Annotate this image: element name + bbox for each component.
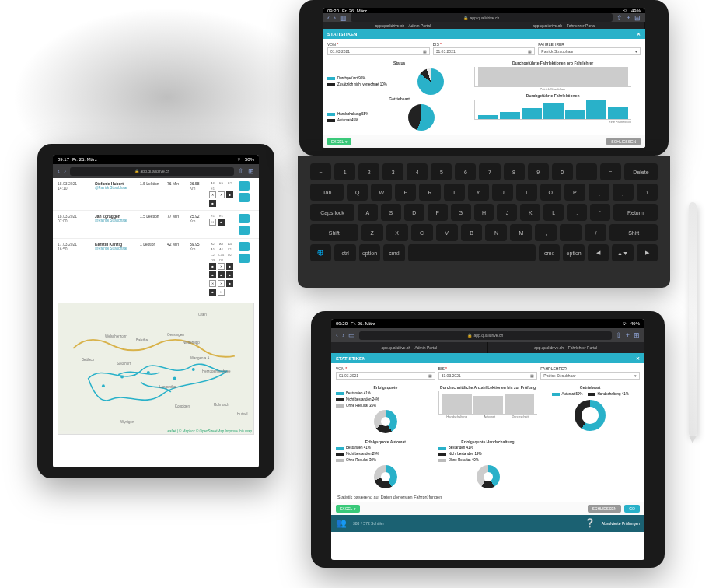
back-icon[interactable]: ‹: [327, 14, 330, 22]
action-button[interactable]: [239, 226, 250, 235]
key[interactable]: option: [359, 244, 380, 261]
key[interactable]: G: [451, 204, 471, 221]
key[interactable]: L: [543, 204, 564, 221]
back-icon[interactable]: ‹: [58, 167, 60, 175]
key[interactable]: 6: [455, 163, 476, 180]
tab-lehrer[interactable]: app.qualidrive.ch – Fahrlehrer Portal: [488, 342, 645, 353]
forward-icon[interactable]: ›: [334, 14, 336, 22]
sidebar-icon[interactable]: ▥: [340, 14, 347, 22]
key[interactable]: X: [386, 224, 408, 241]
action-button[interactable]: [239, 214, 250, 223]
key[interactable]: H: [474, 204, 494, 221]
key[interactable]: [408, 244, 536, 261]
key[interactable]: .: [560, 224, 582, 241]
key[interactable]: ▲▼: [612, 244, 633, 261]
key[interactable]: 1: [334, 163, 355, 180]
new-tab-icon[interactable]: +: [626, 331, 630, 339]
key[interactable]: /: [585, 224, 606, 241]
tab-lehrer[interactable]: app.qualidrive.ch – Fahrlehrer Portal: [484, 22, 646, 29]
key[interactable]: 8: [504, 163, 525, 180]
action-button[interactable]: [239, 193, 250, 202]
key[interactable]: A: [358, 204, 378, 221]
key[interactable]: 2: [358, 163, 379, 180]
lehrer-select[interactable]: Patrick Straubhaar▾: [540, 372, 640, 380]
key[interactable]: ': [590, 204, 610, 221]
go-button[interactable]: GO: [624, 505, 640, 513]
key[interactable]: W: [371, 184, 392, 201]
key[interactable]: V: [436, 224, 458, 241]
key[interactable]: 3: [382, 163, 403, 180]
close-icon[interactable]: ✕: [637, 31, 641, 37]
key[interactable]: ~: [310, 163, 331, 180]
tabs-icon[interactable]: ⊞: [634, 14, 641, 22]
key[interactable]: C: [411, 224, 433, 241]
key[interactable]: 7: [479, 163, 500, 180]
menu-pruefungen[interactable]: Absolvierte Prüfungen: [602, 521, 640, 526]
key[interactable]: O: [540, 184, 561, 201]
action-button[interactable]: [239, 242, 250, 251]
excel-button[interactable]: EXCEL ▾: [336, 505, 360, 513]
key[interactable]: 0: [552, 163, 573, 180]
users-icon[interactable]: 👥: [336, 518, 347, 528]
key[interactable]: 5: [431, 163, 452, 180]
key[interactable]: cmd: [383, 244, 404, 261]
key[interactable]: ,: [535, 224, 557, 241]
share-icon[interactable]: ⇧: [616, 331, 622, 339]
key[interactable]: option: [563, 244, 584, 261]
key[interactable]: Z: [361, 224, 383, 241]
excel-button[interactable]: EXCEL ▾: [327, 138, 351, 145]
key[interactable]: 4: [407, 163, 428, 180]
book-icon[interactable]: ▭: [348, 331, 355, 339]
von-input[interactable]: 01.03.2021▦: [327, 47, 430, 55]
key[interactable]: I: [516, 184, 537, 201]
action-button[interactable]: [239, 181, 250, 191]
key[interactable]: T: [444, 184, 465, 201]
key[interactable]: Caps lock: [310, 204, 354, 221]
tabs-icon[interactable]: ⊞: [248, 167, 254, 175]
key[interactable]: Q: [347, 184, 368, 201]
key[interactable]: 🌐: [310, 244, 331, 261]
tab-admin[interactable]: app.qualidrive.ch – Admin Portal: [331, 342, 488, 353]
key[interactable]: M: [510, 224, 532, 241]
key[interactable]: S: [381, 204, 401, 221]
back-icon[interactable]: ‹: [336, 331, 338, 339]
key[interactable]: ▶: [637, 244, 658, 261]
key[interactable]: \: [637, 184, 658, 201]
key[interactable]: Tab: [310, 184, 344, 201]
key[interactable]: ;: [567, 204, 587, 221]
key[interactable]: ctrl: [334, 244, 355, 261]
key[interactable]: Y: [468, 184, 489, 201]
key[interactable]: Return: [613, 204, 658, 221]
bis-input[interactable]: 31.03.2021▦: [433, 47, 536, 55]
key[interactable]: =: [600, 163, 621, 180]
key[interactable]: F: [428, 204, 448, 221]
key[interactable]: U: [492, 184, 513, 201]
route-map[interactable]: +− OltenOensingenNiederbippWangen a.A.He…: [58, 303, 254, 435]
tabs-icon[interactable]: ⊞: [634, 331, 640, 339]
key[interactable]: 9: [528, 163, 549, 180]
key[interactable]: ]: [613, 184, 634, 201]
key[interactable]: Delete: [624, 163, 658, 180]
close-button[interactable]: SCHLIESSEN: [606, 138, 641, 145]
address-bar[interactable]: 🔒app.qualidrive.ch: [70, 167, 234, 176]
share-icon[interactable]: ⇧: [238, 167, 244, 175]
von-input[interactable]: 01.03.2021▦: [336, 372, 435, 380]
action-button[interactable]: [239, 254, 250, 263]
key[interactable]: P: [564, 184, 585, 201]
key[interactable]: D: [404, 204, 424, 221]
tab-admin[interactable]: app.qualidrive.ch – Admin Portal: [323, 22, 484, 29]
key[interactable]: B: [461, 224, 483, 241]
key[interactable]: N: [485, 224, 507, 241]
key[interactable]: -: [576, 163, 597, 180]
key[interactable]: Shift: [609, 224, 658, 241]
share-icon[interactable]: ⇧: [616, 14, 623, 22]
key[interactable]: K: [520, 204, 540, 221]
close-button[interactable]: SCHLIESSEN: [588, 505, 622, 513]
key[interactable]: cmd: [539, 244, 560, 261]
help-icon[interactable]: ❔: [585, 518, 595, 528]
key[interactable]: [: [589, 184, 609, 201]
address-bar[interactable]: 🔒app.qualidrive.ch: [351, 13, 613, 22]
address-bar[interactable]: 🔒app.qualidrive.ch: [359, 331, 612, 340]
close-icon[interactable]: ✕: [636, 355, 640, 361]
key[interactable]: R: [419, 184, 440, 201]
